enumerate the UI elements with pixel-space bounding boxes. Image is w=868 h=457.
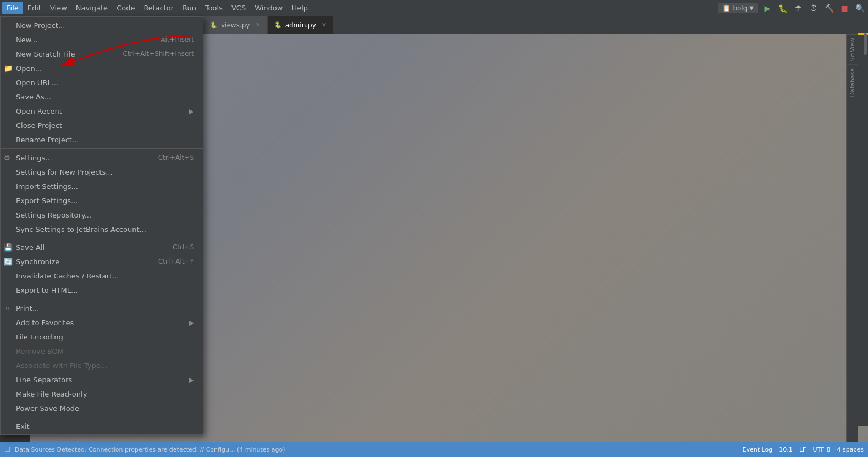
line-sep-submenu-arrow: ▶ [189,376,194,384]
profile-button[interactable]: ⏱ [808,2,820,14]
run-config-selector[interactable]: 📋 bolg ▼ [718,3,758,13]
indent: 4 spaces [837,446,864,453]
menu-settings-repository[interactable]: Settings Repository... [1,208,203,222]
menu-print[interactable]: 🖨 Print... [1,301,203,315]
menu-navigate[interactable]: Navigate [71,2,112,14]
statusbar: ☐ Data Sources Detected: Connection prop… [0,442,868,457]
menu-open-recent[interactable]: Open Recent ▶ [1,104,203,118]
menu-exit[interactable]: Exit [1,419,203,433]
menu-rename-project[interactable]: Rename Project... [1,132,203,147]
menu-settings-new-projects[interactable]: Settings for New Projects... [1,165,203,179]
line-separator: LF [799,446,806,453]
debug-button[interactable]: 🐛 [777,2,789,14]
menu-window[interactable]: Window [250,2,287,14]
menu-synchronize[interactable]: 🔄 Synchronize Ctrl+Alt+Y [1,254,203,269]
tab-close-admin[interactable]: ✕ [322,21,327,29]
submenu-arrow: ▶ [189,107,194,115]
statusbar-notification[interactable]: Data Sources Detected: Connection proper… [15,446,285,453]
menu-run[interactable]: Run [178,2,201,14]
menu-open[interactable]: 📁 Open... [1,61,203,75]
event-log-link[interactable]: Event Log [743,446,773,453]
sciview-tab[interactable]: SciView [847,34,858,64]
stop-button[interactable]: ■ [838,2,850,14]
menu-separator-4 [1,417,203,417]
menu-sync-settings[interactable]: Sync Settings to JetBrains Account... [1,222,203,236]
menu-import-settings[interactable]: Import Settings... [1,179,203,193]
menu-new-project[interactable]: New Project... [1,18,203,32]
menu-help[interactable]: Help [287,2,312,14]
scrollbar-thumb[interactable] [864,33,867,55]
build-button[interactable]: 🔨 [823,2,835,14]
menu-new-scratch-file[interactable]: New Scratch File Ctrl+Alt+Shift+Insert [1,47,203,61]
database-tab[interactable]: Database [847,64,858,101]
python-icon: 🐍 [210,21,218,29]
menu-separator-2 [1,238,203,238]
toolbar-right: 📋 bolg ▼ ▶ 🐛 ☂ ⏱ 🔨 ■ 🔍 [718,2,866,14]
menu-file-encoding[interactable]: File Encoding [1,330,203,344]
menu-close-project[interactable]: Close Project [1,118,203,132]
tab-close-views[interactable]: ✕ [255,21,260,29]
menubar: File Edit View Navigate Code Refactor Ru… [0,0,868,16]
menu-code[interactable]: Code [112,2,139,14]
cursor-position: 10:1 [779,446,793,453]
menu-power-save-mode[interactable]: Power Save Mode [1,401,203,415]
file-menu-dropdown: New Project... New... Alt+Insert New Scr… [0,16,203,435]
menu-file[interactable]: File [2,2,23,14]
favorites-submenu-arrow: ▶ [189,319,194,327]
tab-admin-py[interactable]: 🐍 admin.py ✕ [268,16,334,34]
folder-icon: 📁 [4,64,13,73]
run-button[interactable]: ▶ [761,2,773,14]
menu-add-to-favorites[interactable]: Add to Favorites ▶ [1,315,203,330]
menu-settings[interactable]: ⚙ Settings... Ctrl+Alt+S [1,151,203,165]
statusbar-right: Event Log 10:1 LF UTF-8 4 spaces [743,446,864,453]
menu-view[interactable]: View [46,2,71,14]
menu-associate-file-type: Associate with File Type... [1,358,203,372]
settings-icon: ⚙ [4,154,10,162]
menu-export-settings[interactable]: Export Settings... [1,193,203,208]
menu-refactor[interactable]: Refactor [139,2,178,14]
menu-invalidate-caches[interactable]: Invalidate Caches / Restart... [1,269,203,283]
menu-save-all[interactable]: 💾 Save All Ctrl+S [1,240,203,254]
menu-separator-1 [1,148,203,149]
search-everywhere-button[interactable]: 🔍 [854,2,866,14]
menu-separator-3 [1,299,203,299]
coverage-button[interactable]: ☂ [792,2,804,14]
menu-line-separators[interactable]: Line Separators ▶ [1,372,203,387]
encoding: UTF-8 [812,446,830,453]
menu-open-url[interactable]: Open URL... [1,75,203,90]
editor-scrollbar[interactable] [858,33,868,426]
save-icon: 💾 [4,243,13,252]
menu-tools[interactable]: Tools [201,2,227,14]
menu-export-html[interactable]: Export to HTML... [1,283,203,297]
menu-new[interactable]: New... Alt+Insert [1,32,203,47]
notification-icon: ☐ [4,445,10,453]
side-tabs: SciView Database [846,34,858,442]
menu-remove-bom: Remove BOM [1,344,203,358]
menu-save-as[interactable]: Save As... [1,90,203,104]
tab-views-py[interactable]: 🐍 views.py ✕ [203,16,268,34]
menu-make-read-only[interactable]: Make File Read-only [1,387,203,401]
python-icon-2: 🐍 [274,21,282,29]
menu-edit[interactable]: Edit [23,2,46,14]
sync-icon: 🔄 [4,258,13,266]
print-icon: 🖨 [4,304,11,313]
menu-vcs[interactable]: VCS [227,2,250,14]
